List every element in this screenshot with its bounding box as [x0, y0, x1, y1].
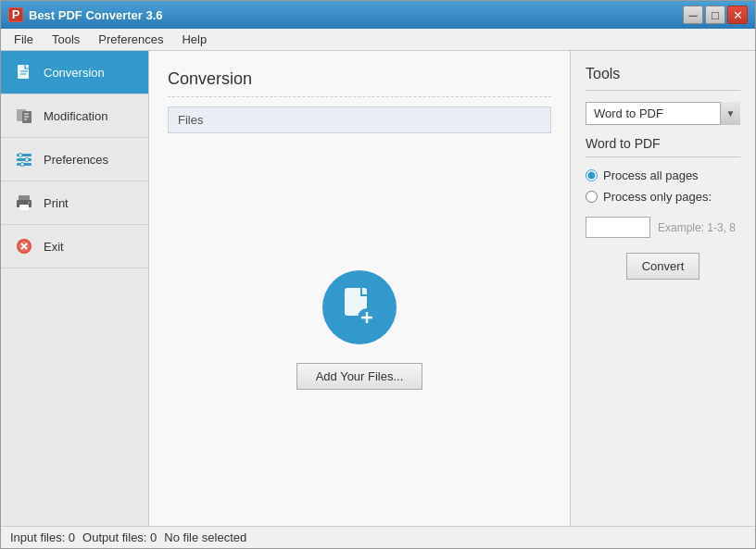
maximize-button[interactable]: □: [705, 6, 725, 24]
close-button[interactable]: ✕: [727, 6, 748, 24]
window-controls: ─ □ ✕: [683, 6, 748, 24]
sidebar-item-preferences[interactable]: Preferences: [1, 138, 148, 181]
svg-point-14: [28, 202, 30, 204]
svg-rect-6: [17, 158, 32, 161]
pages-input[interactable]: [586, 217, 650, 238]
app-icon: P: [8, 7, 23, 22]
svg-text:P: P: [12, 8, 20, 21]
svg-point-8: [19, 154, 22, 157]
modification-icon: [14, 106, 34, 126]
svg-point-9: [25, 158, 29, 162]
radio-all-pages[interactable]: [586, 169, 598, 181]
sidebar-item-print[interactable]: Print: [1, 181, 148, 225]
status-output-files: Output files: 0: [82, 530, 157, 544]
radio-row-only-pages: Process only pages:: [586, 190, 740, 204]
title-bar-left: P Best PDF Converter 3.6: [8, 7, 163, 22]
sidebar-item-exit[interactable]: Exit: [1, 225, 148, 268]
conversion-type-select-wrapper: Word to PDF PDF to Word PDF to JPG JPG t…: [586, 102, 740, 125]
tools-panel: Tools Word to PDF PDF to Word PDF to JPG…: [570, 51, 755, 526]
menu-preferences[interactable]: Preferences: [89, 31, 172, 48]
minimize-button[interactable]: ─: [683, 6, 703, 24]
drop-zone: Add Your Files...: [168, 152, 551, 507]
panel-title: Conversion: [168, 69, 551, 97]
main-panel: Conversion Files Add Your Files...: [149, 51, 570, 526]
svg-rect-13: [19, 205, 29, 210]
preferences-icon: [14, 149, 34, 169]
sidebar-label-conversion: Conversion: [44, 66, 105, 80]
status-input-files: Input files: 0: [10, 530, 75, 544]
content-area: Conversion Files Add Your Files...: [149, 51, 570, 526]
exit-icon: [14, 236, 34, 256]
tool-section-title: Word to PDF: [586, 136, 740, 157]
tools-title: Tools: [586, 66, 740, 91]
sidebar-item-modification[interactable]: Modification: [1, 94, 148, 138]
convert-button[interactable]: Convert: [626, 253, 700, 280]
sidebar-label-print: Print: [44, 196, 69, 210]
add-file-icon-circle: [322, 270, 397, 344]
pages-example: Example: 1-3, 8: [658, 221, 736, 234]
menu-help[interactable]: Help: [172, 31, 216, 48]
app-title: Best PDF Converter 3.6: [29, 8, 163, 22]
radio-label-only-pages: Process only pages:: [603, 190, 712, 204]
print-icon: [14, 193, 34, 213]
radio-row-all-pages: Process all pages: [586, 168, 740, 182]
radio-group: Process all pages Process only pages:: [586, 168, 740, 204]
menu-file[interactable]: File: [5, 31, 43, 48]
conversion-type-select[interactable]: Word to PDF PDF to Word PDF to JPG JPG t…: [586, 102, 740, 125]
sidebar-label-modification: Modification: [44, 109, 107, 123]
main-content: Conversion Modification: [1, 51, 755, 526]
status-no-file: No file selected: [164, 530, 246, 544]
add-files-button[interactable]: Add Your Files...: [296, 363, 423, 390]
conversion-icon: [14, 62, 34, 82]
svg-point-10: [20, 163, 24, 167]
pages-input-row: Example: 1-3, 8: [586, 217, 740, 238]
menu-tools[interactable]: Tools: [43, 31, 89, 48]
status-bar: Input files: 0 Output files: 0 No file s…: [1, 526, 755, 548]
sidebar: Conversion Modification: [1, 51, 149, 526]
files-header: Files: [168, 106, 551, 133]
title-bar: P Best PDF Converter 3.6 ─ □ ✕: [1, 1, 755, 29]
sidebar-item-conversion[interactable]: Conversion: [1, 51, 148, 94]
sidebar-label-preferences: Preferences: [44, 153, 108, 167]
main-window: P Best PDF Converter 3.6 ─ □ ✕ File Tool…: [0, 0, 756, 549]
menu-bar: File Tools Preferences Help: [1, 29, 755, 51]
radio-only-pages[interactable]: [586, 191, 598, 203]
radio-label-all-pages: Process all pages: [603, 168, 699, 182]
sidebar-label-exit: Exit: [44, 240, 64, 254]
